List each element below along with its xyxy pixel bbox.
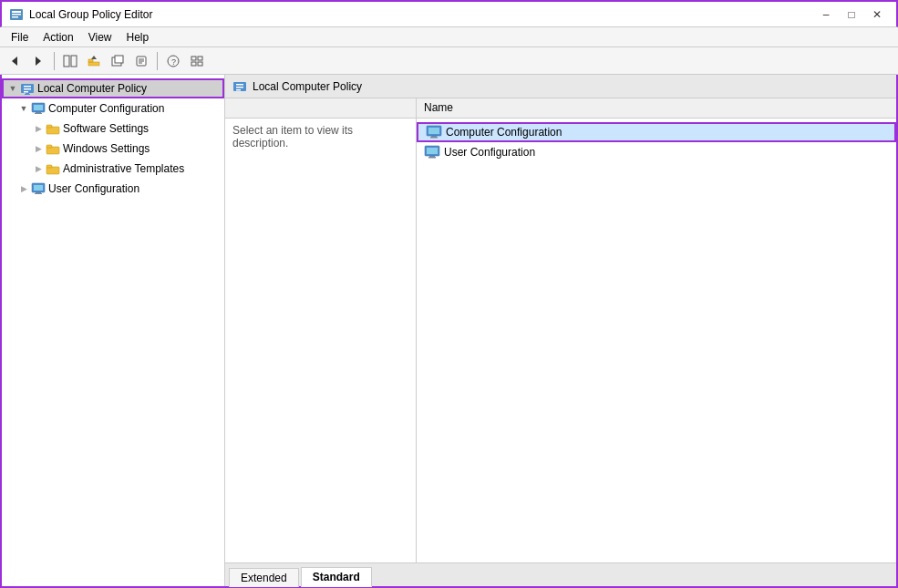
- user-config-icon: [31, 181, 46, 196]
- title-bar-controls: – □ ✕: [814, 5, 889, 24]
- svg-rect-2: [12, 14, 21, 15]
- right-panel: Local Computer Policy Name Select an ite…: [225, 75, 896, 586]
- svg-rect-12: [115, 56, 123, 63]
- computer-config-list-icon: [426, 124, 442, 140]
- right-header-icon: [232, 79, 247, 94]
- maximize-button[interactable]: □: [840, 5, 863, 24]
- item-user-configuration[interactable]: User Configuration: [417, 142, 896, 162]
- svg-rect-3: [12, 16, 18, 18]
- properties-button[interactable]: [130, 50, 152, 72]
- user-config-list-icon: [424, 144, 440, 160]
- menu-view[interactable]: View: [81, 29, 119, 46]
- description-text: Select an item to view its description.: [232, 124, 353, 150]
- expander-local[interactable]: ▼: [5, 81, 20, 96]
- minimize-button[interactable]: –: [814, 5, 838, 24]
- bottom-tabs: Extended Standard: [225, 562, 896, 586]
- svg-rect-52: [427, 148, 438, 154]
- right-panel-title: Local Computer Policy: [253, 80, 362, 93]
- svg-rect-36: [46, 145, 52, 148]
- close-button[interactable]: ✕: [865, 5, 889, 24]
- forward-button[interactable]: [27, 50, 49, 72]
- svg-rect-1: [12, 11, 21, 13]
- name-column-header[interactable]: Name: [417, 98, 896, 118]
- description-header: [225, 98, 417, 118]
- computer-config-label: Computer Configuration: [48, 102, 164, 115]
- menu-help[interactable]: Help: [119, 29, 157, 46]
- help-button[interactable]: ?: [162, 50, 184, 72]
- svg-rect-49: [431, 136, 437, 137]
- computer-config-icon: [31, 101, 46, 116]
- svg-rect-20: [198, 57, 202, 60]
- expander-admin[interactable]: ▶: [31, 161, 46, 176]
- expander-windows[interactable]: ▶: [31, 141, 46, 156]
- local-policy-label: Local Computer Policy: [37, 82, 147, 95]
- right-panel-header: Local Computer Policy: [225, 75, 896, 98]
- expander-software[interactable]: ▶: [31, 121, 46, 136]
- svg-rect-25: [24, 88, 31, 90]
- admin-templates-label: Administrative Templates: [63, 162, 184, 175]
- new-window-button[interactable]: [107, 50, 129, 72]
- expander-user[interactable]: ▶: [16, 181, 31, 196]
- software-folder-icon: [46, 121, 60, 136]
- tree-node-windows-settings[interactable]: ▶ Windows Settings: [2, 139, 224, 159]
- title-bar: Local Group Policy Editor – □ ✕: [0, 0, 898, 27]
- svg-rect-8: [88, 62, 99, 66]
- svg-marker-10: [91, 56, 97, 59]
- svg-rect-45: [236, 87, 243, 88]
- svg-marker-5: [36, 57, 41, 66]
- app-icon: [9, 7, 24, 22]
- svg-rect-6: [64, 56, 69, 67]
- svg-rect-41: [36, 192, 41, 193]
- menu-file[interactable]: File: [4, 29, 36, 46]
- svg-text:?: ?: [171, 57, 176, 67]
- tree-node-software-settings[interactable]: ▶ Software Settings: [2, 119, 224, 139]
- main-container: ▼ Local Computer Policy ▼: [0, 75, 898, 588]
- svg-rect-22: [198, 62, 202, 66]
- windows-folder-icon: [46, 141, 60, 156]
- show-hide-tree-button[interactable]: [59, 50, 81, 72]
- svg-rect-50: [430, 137, 438, 139]
- user-config-label: User Configuration: [48, 182, 139, 195]
- window-title: Local Group Policy Editor: [29, 8, 152, 21]
- svg-rect-31: [36, 112, 41, 113]
- svg-rect-27: [26, 93, 29, 94]
- svg-rect-32: [35, 113, 42, 114]
- svg-rect-26: [24, 91, 28, 93]
- local-policy-icon: [20, 81, 35, 96]
- tree-node-local-computer-policy[interactable]: ▼ Local Computer Policy: [2, 78, 224, 98]
- tree-panel: ▼ Local Computer Policy ▼: [2, 75, 225, 586]
- description-panel: Select an item to view its description.: [225, 119, 417, 562]
- title-bar-left: Local Group Policy Editor: [9, 7, 152, 22]
- column-headers: Name: [225, 98, 896, 119]
- svg-rect-54: [428, 157, 436, 159]
- menu-bar: File Action View Help: [0, 27, 898, 47]
- tab-standard[interactable]: Standard: [301, 567, 372, 587]
- toolbar: ?: [0, 47, 898, 75]
- user-config-item-label: User Configuration: [444, 146, 535, 159]
- windows-settings-label: Windows Settings: [63, 142, 150, 155]
- tree-node-computer-config[interactable]: ▼ Computer Configuration: [2, 98, 224, 119]
- menu-action[interactable]: Action: [36, 29, 80, 46]
- item-computer-configuration[interactable]: Computer Configuration: [417, 122, 896, 142]
- svg-rect-7: [71, 56, 77, 67]
- expander-computer[interactable]: ▼: [16, 101, 31, 116]
- tree-node-admin-templates[interactable]: ▶ Administrative Templates: [2, 159, 224, 179]
- svg-rect-44: [236, 84, 243, 86]
- toolbar-sep-2: [157, 52, 158, 70]
- svg-rect-21: [191, 62, 196, 66]
- svg-rect-53: [429, 156, 435, 157]
- up-one-level-button[interactable]: [83, 50, 105, 72]
- svg-rect-40: [34, 185, 43, 191]
- tab-extended[interactable]: Extended: [229, 568, 299, 587]
- toolbar-sep-1: [54, 52, 55, 70]
- svg-marker-4: [12, 57, 17, 66]
- view-button[interactable]: [186, 50, 208, 72]
- svg-rect-24: [24, 86, 31, 88]
- svg-rect-28: [25, 94, 30, 95]
- svg-rect-9: [88, 59, 93, 62]
- back-button[interactable]: [4, 50, 26, 72]
- svg-rect-30: [34, 105, 43, 110]
- svg-rect-48: [428, 128, 439, 134]
- svg-rect-46: [236, 89, 241, 91]
- tree-node-user-config[interactable]: ▶ User Configuration: [2, 179, 224, 199]
